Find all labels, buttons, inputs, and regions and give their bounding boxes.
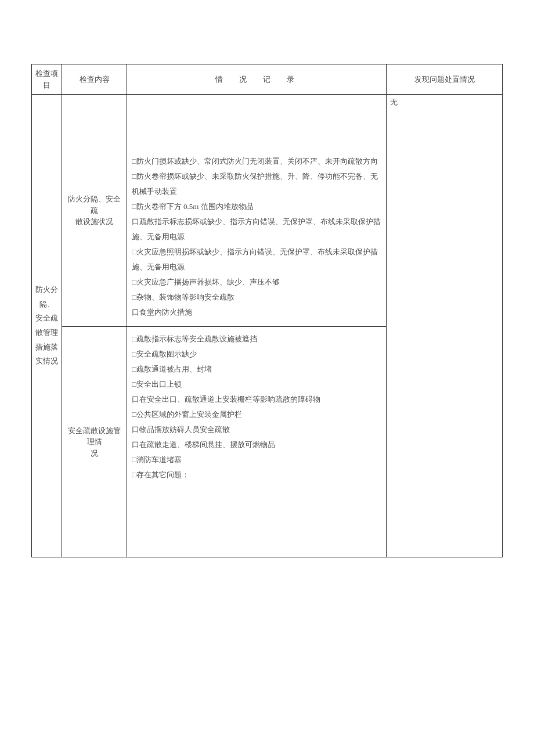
checklist-item: □公共区域的外窗上安装金属护栏 [132, 407, 381, 422]
content-b-l2: 况 [91, 449, 98, 458]
header-col1-l2: 目 [43, 81, 50, 89]
header-col3: 情况记录 [127, 64, 387, 95]
header-col3-text: 情况记录 [215, 75, 311, 84]
header-col2: 检查内容 [62, 64, 127, 95]
checklist-item: □防火卷帘下方 0.5m 范围内堆放物品 [132, 199, 381, 214]
category-l1: 防火分 [35, 285, 58, 294]
content-b-l1: 安全疏散设施管理情 [68, 426, 121, 447]
checklist-item: □安全疏散图示缺少 [132, 347, 381, 362]
checklist-item: □疏散指示标志等安全疏散设施被遮挡 [132, 332, 381, 347]
header-row: 检查项 目 检查内容 情况记录 发现问题处置情况 [32, 64, 503, 95]
checklist-item: □疏散通道被占用、封堵 [132, 362, 381, 377]
content-a-cell: 防火分隔、安全疏 散设施状况 [62, 95, 127, 327]
situation-b-cell: □疏散指示标志等安全疏散设施被遮挡 □安全疏散图示缺少 □疏散通道被占用、封堵 … [127, 327, 387, 557]
header-col1: 检查项 目 [32, 64, 62, 95]
checklist-item: 口疏散指示标志损坏或缺少、指示方向错误、无保护罩、布线未采取保护措施、无备用电源 [132, 214, 381, 244]
header-col2-text: 检查内容 [80, 75, 110, 84]
category-l4: 散管理 [35, 328, 58, 337]
category-l3: 安全疏 [35, 314, 58, 322]
page-container: 检查项 目 检查内容 情况记录 发现问题处置情况 防火分 隔、 安全疏 散管理 … [0, 0, 534, 557]
checklist-item: □存在其它问题： [132, 467, 381, 483]
header-col1-l1: 检查项 [35, 69, 58, 78]
inspection-table: 检查项 目 检查内容 情况记录 发现问题处置情况 防火分 隔、 安全疏 散管理 … [31, 64, 503, 557]
situation-a-cell: □防火门损坏或缺少、常闭式防火门无闭装置、关闭不严、未开向疏散方向 □防火卷帘损… [127, 95, 387, 327]
checklist-item: □安全出口上锁 [132, 377, 381, 392]
category-l6: 实情况 [35, 357, 58, 365]
table-row: 防火分 隔、 安全疏 散管理 措施落 实情况 防火分隔、安全疏 散设施状况 □防… [32, 95, 503, 327]
header-col4-text: 发现问题处置情况 [414, 75, 475, 84]
content-a-l2: 散设施状况 [75, 217, 113, 226]
category-cell: 防火分 隔、 安全疏 散管理 措施落 实情况 [32, 95, 62, 557]
category-l2: 隔、 [39, 300, 55, 308]
category-l5: 措施落 [35, 343, 58, 351]
checklist-item: □火灾应急照明损坏或缺少、指示方向错误、无保护罩、布线未采取保护措施、无备用电源 [132, 244, 381, 275]
checklist-item: 口在疏散走道、楼梯间悬挂、摆放可燃物品 [132, 437, 381, 452]
spacer-bottom [132, 483, 381, 552]
header-col4: 发现问题处置情况 [387, 64, 503, 95]
checklist-item: 口食堂内防火措施 [132, 305, 381, 320]
disposition-cell: 无 [387, 95, 503, 557]
checklist-item: □杂物、装饰物等影响安全疏散 [132, 290, 381, 305]
checklist-item: 口物品摆放妨碍人员安全疏散 [132, 422, 381, 437]
checklist-item: □火灾应急广播扬声器损坏、缺少、声压不够 [132, 275, 381, 290]
content-b-cell: 安全疏散设施管理情 况 [62, 327, 127, 557]
checklist-item: □消防车道堵塞 [132, 452, 381, 467]
disposition-text: 无 [390, 98, 398, 106]
checklist-item: □防火门损坏或缺少、常闭式防火门无闭装置、关闭不严、未开向疏散方向 [132, 154, 381, 169]
checklist-item: □防火卷帘损坏或缺少、未采取防火保护措施、升、降、停功能不完备、无机械手动装置 [132, 169, 381, 199]
content-a-l1: 防火分隔、安全疏 [68, 195, 121, 215]
spacer-top [132, 102, 381, 154]
checklist-item: 口在安全出口、疏散通道上安装栅栏等影响疏散的障碍物 [132, 392, 381, 407]
